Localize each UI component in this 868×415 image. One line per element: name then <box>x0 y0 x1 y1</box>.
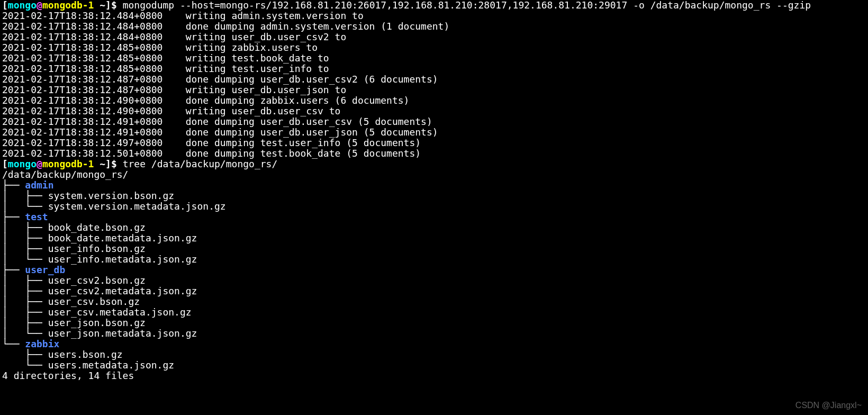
watermark: CSDN @Jiangxl~ <box>795 400 862 411</box>
tree-file-line: │ ├── book_date.bson.gz <box>2 222 866 233</box>
tree-summary: 4 directories, 14 files <box>2 371 866 381</box>
tree-file-line: │ ├── system.version.bson.gz <box>2 191 866 201</box>
tree-file-line: │ └── system.version.metadata.json.gz <box>2 201 866 212</box>
dump-output-line: 2021-02-17T18:38:12.487+0800 writing use… <box>2 85 866 95</box>
dump-output-line: 2021-02-17T18:38:12.487+0800 done dumpin… <box>2 74 866 85</box>
tree-directory: user_db <box>25 264 65 275</box>
dump-output-line: 2021-02-17T18:38:12.490+0800 done dumpin… <box>2 95 866 106</box>
tree-file-line: │ ├── user_csv.bson.gz <box>2 296 866 307</box>
terminal[interactable]: [mongo@mongodb-1 ~]$ mongodump --host=mo… <box>0 0 868 381</box>
dump-output-line: 2021-02-17T18:38:12.485+0800 writing zab… <box>2 42 866 53</box>
tree-directory: admin <box>25 179 53 191</box>
tree-dir-line: ├── user_db <box>2 265 866 275</box>
tree-dir-line: ├── admin <box>2 180 866 191</box>
tree-file-line: │ └── user_info.metadata.json.gz <box>2 254 866 265</box>
dump-output-line: 2021-02-17T18:38:12.491+0800 done dumpin… <box>2 127 866 138</box>
tree-file-line: │ └── user_json.metadata.json.gz <box>2 328 866 339</box>
command-mongodump: mongodump --host=mongo-rs/192.168.81.210… <box>123 0 811 11</box>
tree-directory: zabbix <box>25 338 59 349</box>
tree-file-line: │ ├── user_json.bson.gz <box>2 318 866 328</box>
tree-file-line: ├── users.bson.gz <box>2 349 866 360</box>
command-tree: tree /data/backup/mongo_rs/ <box>123 158 278 169</box>
command-line: [mongo@mongodb-1 ~]$ tree /data/backup/m… <box>2 159 866 169</box>
tree-file-line: │ ├── user_info.bson.gz <box>2 243 866 254</box>
dump-output-line: 2021-02-17T18:38:12.490+0800 writing use… <box>2 106 866 116</box>
dump-output-line: 2021-02-17T18:38:12.484+0800 writing adm… <box>2 11 866 21</box>
dump-output-line: 2021-02-17T18:38:12.485+0800 writing tes… <box>2 53 866 64</box>
dump-output-line: 2021-02-17T18:38:12.501+0800 done dumpin… <box>2 148 866 159</box>
tree-file-line: │ ├── user_csv.metadata.json.gz <box>2 307 866 318</box>
tree-file-line: │ ├── user_csv2.bson.gz <box>2 275 866 286</box>
tree-directory: test <box>25 211 48 222</box>
tree-dir-line: ├── test <box>2 212 866 222</box>
dump-output-line: 2021-02-17T18:38:12.491+0800 done dumpin… <box>2 116 866 127</box>
shell-prompt: [mongo@mongodb-1 ~]$ <box>2 0 123 11</box>
dump-output-line: 2021-02-17T18:38:12.484+0800 done dumpin… <box>2 21 866 32</box>
tree-file-line: │ ├── user_csv2.metadata.json.gz <box>2 286 866 296</box>
tree-dir-line: └── zabbix <box>2 339 866 349</box>
tree-root: /data/backup/mongo_rs/ <box>2 169 866 180</box>
dump-output-line: 2021-02-17T18:38:12.484+0800 writing use… <box>2 32 866 42</box>
tree-file-line: └── users.metadata.json.gz <box>2 360 866 371</box>
dump-output-line: 2021-02-17T18:38:12.485+0800 writing tes… <box>2 64 866 74</box>
dump-output-line: 2021-02-17T18:38:12.497+0800 done dumpin… <box>2 138 866 148</box>
shell-prompt: [mongo@mongodb-1 ~]$ <box>2 158 123 169</box>
command-line: [mongo@mongodb-1 ~]$ mongodump --host=mo… <box>2 0 866 11</box>
tree-file-line: │ ├── book_date.metadata.json.gz <box>2 233 866 243</box>
